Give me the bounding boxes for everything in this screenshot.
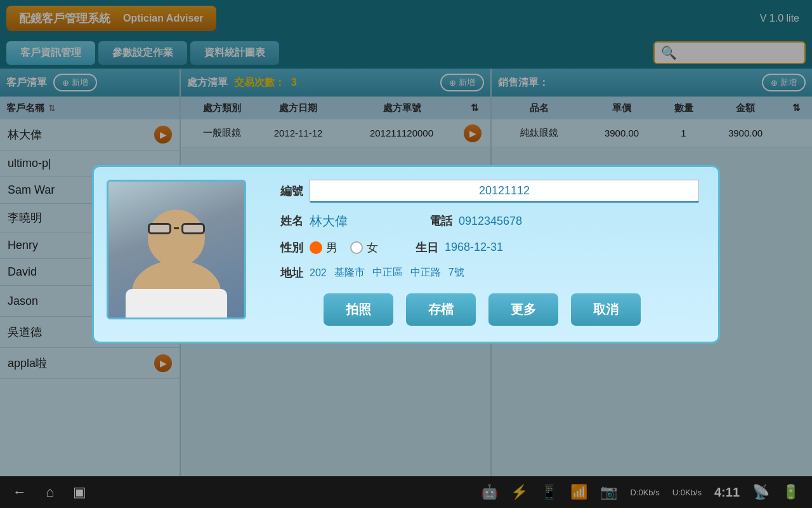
modal-overlay: 編號 姓名 林大偉 電話 0912345678 性別 男 — [0, 0, 812, 508]
phone-label: 電話 — [417, 213, 452, 229]
modal-form: 編號 姓名 林大偉 電話 0912345678 性別 男 — [265, 180, 699, 326]
gender-male-option[interactable]: 男 — [310, 240, 337, 255]
gender-female-label: 女 — [367, 240, 378, 255]
dob-label: 生日 — [403, 240, 438, 255]
name-value: 林大偉 — [310, 213, 411, 230]
id-row: 編號 — [265, 180, 699, 203]
more-btn[interactable]: 更多 — [488, 293, 558, 326]
addr-label: 地址 — [265, 265, 303, 281]
name-phone-row: 姓名 林大偉 電話 0912345678 — [265, 213, 699, 230]
addr-values: 202 基隆市 中正區 中正路 7號 — [310, 266, 464, 279]
gender-male-label: 男 — [326, 240, 337, 255]
cancel-btn[interactable]: 取消 — [571, 293, 641, 326]
photo-btn[interactable]: 拍照 — [324, 293, 393, 326]
addr-postal: 202 — [310, 267, 327, 279]
id-input[interactable] — [310, 180, 699, 203]
save-btn[interactable]: 存檔 — [406, 293, 476, 326]
gender-dob-row: 性別 男 女 生日 1968-12-31 — [265, 240, 699, 255]
addr-city: 基隆市 — [334, 266, 365, 279]
addr-district: 中正區 — [372, 266, 403, 279]
gender-female-radio[interactable] — [350, 241, 363, 254]
modal-btn-row: 拍照 存檔 更多 取消 — [265, 293, 699, 326]
id-field-container — [310, 180, 699, 203]
addr-number: 7號 — [449, 266, 464, 279]
addr-street: 中正路 — [410, 266, 441, 279]
gender-female-option[interactable]: 女 — [350, 240, 378, 255]
gender-male-radio[interactable] — [310, 241, 322, 254]
gender-label: 性別 — [265, 240, 303, 255]
phone-value: 0912345678 — [459, 215, 522, 228]
dob-value: 1968-12-31 — [445, 241, 503, 254]
id-label: 編號 — [265, 184, 303, 199]
addr-row: 地址 202 基隆市 中正區 中正路 7號 — [265, 265, 699, 281]
customer-photo — [107, 180, 246, 319]
name-label: 姓名 — [265, 213, 303, 229]
gender-options: 男 女 — [310, 240, 378, 255]
customer-detail-modal: 編號 姓名 林大偉 電話 0912345678 性別 男 — [92, 165, 720, 344]
